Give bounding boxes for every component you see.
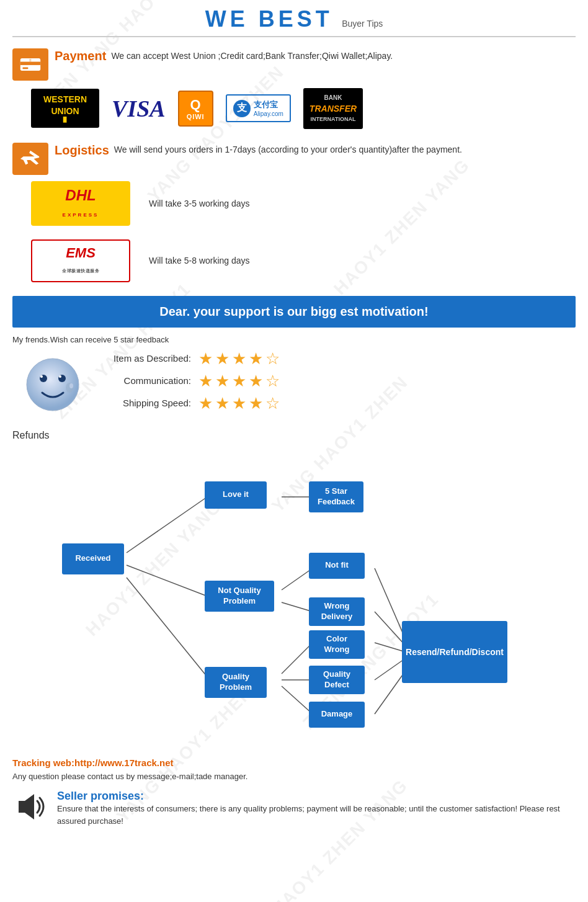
refunds-label: Refunds [12,430,576,441]
svg-marker-25 [19,794,34,819]
flowchart: Received Love it 5 StarFeedback Not Qual… [19,447,582,745]
promises-body: Ensure that the interests of consumers; … [57,803,576,829]
star-1: ★ [198,351,213,367]
payment-text: We can accept West Union ;Credit card;Ba… [111,49,576,63]
feedback-section: My frends.Wish can receive 5 star feedba… [12,335,576,418]
logistics-icon [12,143,48,175]
speaker-icon [12,790,50,824]
ems-logo: EMS 全球极速快递服务 [31,239,130,282]
svg-line-17 [282,643,313,674]
payment-logos: WESTERN UNION █ VISA Q QIWI 支 支付宝 Alipay… [31,88,557,129]
dhl-time: Will take 3-5 working days [149,199,250,208]
logistics-text: We will send yours orders in 1-7days (ac… [114,143,576,156]
payment-label: Payment [55,48,106,63]
star-s5: ☆ [265,395,280,411]
star-5: ☆ [265,351,280,367]
bank-transfer-logo: BANK TRANSFER INTERNATIONAL [303,88,363,129]
svg-line-22 [375,643,406,652]
star-3: ★ [232,351,246,367]
rating-row-shipping: Shipping Speed: ★ ★ ★ ★ ☆ [99,395,576,411]
promises-text: Seller promises: Ensure that the interes… [57,790,576,829]
feedback-face-icon [25,357,81,413]
svg-rect-1 [20,62,40,65]
rating-row-item-described: Item as Described: ★ ★ ★ ★ ☆ [99,351,576,367]
star-2: ★ [215,351,229,367]
flow-wrong-delivery: WrongDelivery [309,597,365,626]
rating-label-comm: Communication: [99,375,198,386]
rating-label-item: Item as Described: [99,353,198,364]
svg-point-10 [69,383,73,388]
flow-love-it: Love it [205,481,267,509]
alipay-logo: 支 支付宝 Alipay.com [226,94,291,122]
svg-line-12 [127,565,207,596]
tracking-section: Tracking web:http://www.17track.net Any … [12,757,576,781]
logistics-label: Logistics [55,143,109,158]
payment-section: ≡ Payment We can accept West Union ;Cred… [12,48,576,129]
star-c4: ★ [249,373,263,389]
flow-resend: Resend/Refund/Discont [402,621,507,683]
star-c3: ★ [232,373,246,389]
feedback-ratings: Item as Described: ★ ★ ★ ★ ☆ Communicati… [99,351,576,418]
flow-color-wrong: ColorWrong [309,630,365,659]
flow-five-star: 5 StarFeedback [309,481,363,512]
dhl-logo: DHL EXPRESS [31,181,130,226]
stars-shipping: ★ ★ ★ ★ ☆ [198,395,280,411]
tracking-label: Tracking web:http://www.17track.net [12,757,576,768]
svg-line-21 [375,612,406,646]
svg-text:≡: ≡ [29,58,32,62]
svg-point-8 [59,375,61,378]
svg-line-19 [282,686,313,714]
page-header: WE BEST Buyer Tips [12,6,576,37]
svg-rect-2 [22,68,28,69]
svg-line-23 [375,658,406,680]
header-subtitle: Buyer Tips [342,19,383,29]
flow-not-fit: Not fit [309,553,365,579]
stars-item-described: ★ ★ ★ ★ ☆ [198,351,280,367]
feedback-intro: My frends.Wish can receive 5 star feedba… [12,335,576,344]
svg-line-13 [127,578,207,677]
star-s4: ★ [249,395,263,411]
svg-line-16 [282,602,313,612]
ems-time: Will take 5-8 working days [149,256,250,266]
payment-icon: ≡ [12,48,48,81]
visa-logo: VISA [112,97,166,120]
star-s2: ★ [215,395,229,411]
star-c5: ☆ [265,373,280,389]
promises-title: Seller promises: [57,790,576,803]
rating-label-shipping: Shipping Speed: [99,398,198,408]
svg-line-11 [127,497,207,553]
flow-quality-defect: QualityDefect [309,666,365,694]
shipping-options: DHL EXPRESS Will take 3-5 working days E… [31,181,557,282]
star-s3: ★ [232,395,246,411]
seller-promises-section: Seller promises: Ensure that the interes… [12,790,576,829]
flow-not-quality: Not QualityProblem [205,581,274,612]
svg-line-24 [375,671,406,714]
flow-damage: Damage [309,702,365,728]
svg-point-6 [40,375,43,378]
ems-row: EMS 全球极速快递服务 Will take 5-8 working days [31,239,557,282]
flow-quality-problem: QualityProblem [205,667,267,698]
flow-received: Received [62,543,124,574]
stars-communication: ★ ★ ★ ★ ☆ [198,373,280,389]
star-4: ★ [249,351,263,367]
header-title: WE BEST [205,6,333,32]
tracking-desc: Any question please contact us by messag… [12,772,576,781]
dhl-row: DHL EXPRESS Will take 3-5 working days [31,181,557,226]
star-c2: ★ [215,373,229,389]
star-s1: ★ [198,395,213,411]
qiwi-logo: Q QIWI [178,91,213,127]
motivation-banner: Dear. your support is our bigg est motiv… [12,296,576,328]
western-union-logo: WESTERN UNION █ [31,89,99,128]
svg-line-15 [282,568,313,590]
rating-row-communication: Communication: ★ ★ ★ ★ ☆ [99,373,576,389]
logistics-section: Logistics We will send yours orders in 1… [12,143,576,282]
svg-line-20 [375,568,406,640]
star-c1: ★ [198,373,213,389]
refunds-section: Refunds [12,430,576,745]
